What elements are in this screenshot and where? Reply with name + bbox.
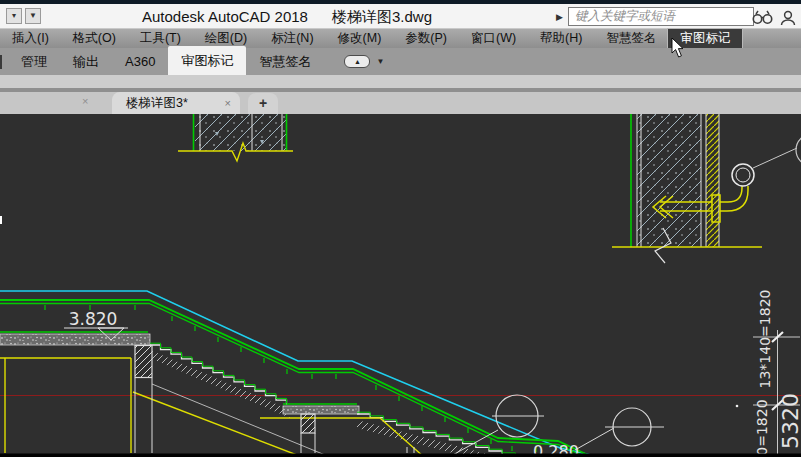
menu-parametric[interactable]: 参数(P) bbox=[393, 29, 459, 48]
window-title: Autodesk AutoCAD 2018楼梯详图3.dwg bbox=[142, 8, 432, 27]
user-account-icon[interactable] bbox=[779, 9, 797, 27]
screen-bottom-edge bbox=[0, 454, 801, 457]
document-name: 楼梯详图3.dwg bbox=[332, 8, 432, 25]
mouse-cursor bbox=[671, 38, 686, 59]
file-tab-active[interactable]: 楼梯详图3* × bbox=[112, 92, 240, 114]
ribbon-tab-review-markup[interactable]: 审图标记 bbox=[168, 46, 246, 77]
search-expand-icon[interactable]: ▶ bbox=[556, 12, 563, 22]
ribbon-tab-a360[interactable]: A360 bbox=[112, 49, 168, 74]
dim-flight-text: 13*140=1820 bbox=[757, 290, 773, 389]
menu-format[interactable]: 格式(O) bbox=[61, 29, 128, 48]
menu-insert[interactable]: 插入(I) bbox=[0, 29, 61, 48]
file-tab-label: 楼梯详图3* bbox=[126, 96, 188, 110]
menu-dimension[interactable]: 标注(N) bbox=[259, 29, 325, 48]
menu-smart-signature[interactable]: 智慧签名 bbox=[594, 29, 668, 48]
inactive-tab-close-icon[interactable]: × bbox=[82, 95, 88, 107]
file-tab-close-icon[interactable]: × bbox=[225, 92, 231, 114]
help-search-input[interactable]: 键入关键字或短语 bbox=[568, 7, 754, 26]
title-bar: ▾ ▼ Autodesk AutoCAD 2018楼梯详图3.dwg ▶ 键入关… bbox=[0, 4, 801, 29]
upper-elevation-label: 3.820 bbox=[69, 309, 118, 329]
menu-window[interactable]: 窗口(W) bbox=[459, 29, 528, 48]
ribbon-tab-smart-signature[interactable]: 智慧签名 bbox=[246, 48, 324, 76]
ribbon-tab-manage[interactable]: 管理 bbox=[8, 48, 60, 76]
menu-modify[interactable]: 修改(M) bbox=[326, 29, 394, 48]
ribbon-collapse-icon[interactable]: ▲ bbox=[344, 55, 370, 68]
autocad-window: ▾ ▼ Autodesk AutoCAD 2018楼梯详图3.dwg ▶ 键入关… bbox=[0, 0, 801, 457]
ribbon-tab-output[interactable]: 输出 bbox=[60, 48, 112, 76]
dim-total-text: 5320 bbox=[778, 393, 801, 449]
stair-detail-drawing: 3.820 bbox=[0, 114, 801, 457]
quick-access-dropdown-icon[interactable]: ▾ bbox=[6, 8, 22, 24]
quick-access-customize-icon[interactable]: ▼ bbox=[25, 8, 41, 24]
drawing-canvas[interactable]: 3.820 bbox=[0, 114, 801, 457]
menu-help[interactable]: 帮助(H) bbox=[528, 29, 594, 48]
ribbon-collapse-caret-icon[interactable]: ▼ bbox=[376, 57, 384, 66]
new-tab-button[interactable]: + bbox=[248, 93, 278, 114]
clipped-ribbon-tab bbox=[0, 55, 2, 69]
ribbon-panel-strip bbox=[0, 75, 801, 88]
search-binoculars-icon[interactable] bbox=[751, 9, 775, 26]
file-tab-bar: × 楼梯详图3* × + bbox=[0, 92, 801, 114]
dim-flight-partial-text: 40=1820 bbox=[754, 399, 770, 457]
app-name: Autodesk AutoCAD 2018 bbox=[142, 8, 308, 25]
